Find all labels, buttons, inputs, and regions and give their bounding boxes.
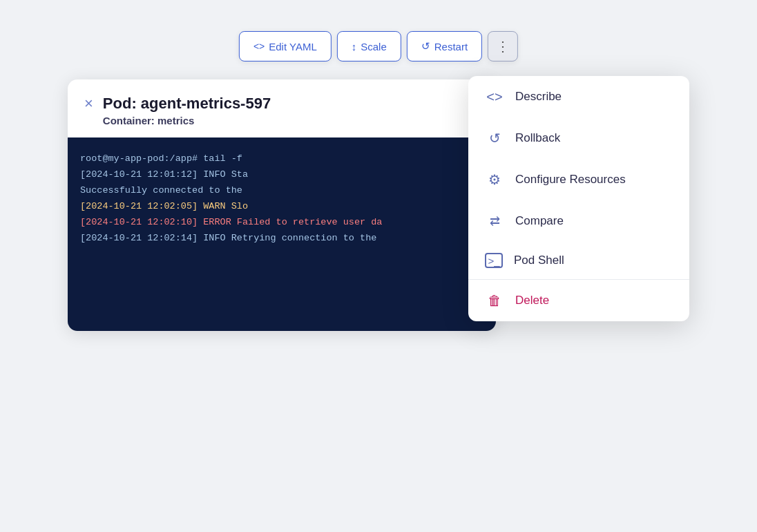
scale-button[interactable]: ↕ Scale xyxy=(337,31,401,61)
pod-shell-label: Pod Shell xyxy=(514,254,564,267)
code-icon: <> xyxy=(253,41,265,52)
card-title-group: Pod: agent-metrics-597 Container: metric… xyxy=(103,95,271,126)
restart-button[interactable]: ↺ Restart xyxy=(407,31,482,61)
restart-label: Restart xyxy=(434,41,468,53)
close-button[interactable]: × xyxy=(84,96,93,111)
terminal-line: root@my-app-pod:/app# tail -f xyxy=(80,151,483,167)
rollback-menu-item[interactable]: ↺ Rollback xyxy=(468,117,689,159)
terminal-icon: >_ xyxy=(485,253,503,268)
edit-yaml-label: Edit YAML xyxy=(269,41,316,53)
delete-menu-item[interactable]: 🗑 Delete xyxy=(468,279,689,321)
gear-icon: ⚙ xyxy=(485,170,504,189)
pod-shell-menu-item[interactable]: >_ Pod Shell xyxy=(468,242,689,279)
edit-yaml-button[interactable]: <> Edit YAML xyxy=(239,31,332,61)
context-menu: <> Describe ↺ Rollback ⚙ Configure Resou… xyxy=(468,76,689,321)
describe-menu-item[interactable]: <> Describe xyxy=(468,76,689,117)
terminal-output: root@my-app-pod:/app# tail -f [2024-10-2… xyxy=(68,137,496,331)
terminal-line: [2024-10-21 12:02:14] INFO Retrying conn… xyxy=(80,231,483,247)
terminal-line: [2024-10-21 12:02:05] WARN Slo xyxy=(80,199,483,215)
describe-icon: <> xyxy=(485,87,504,106)
rollback-label: Rollback xyxy=(515,131,560,145)
terminal-line: [2024-10-21 12:01:12] INFO Sta xyxy=(80,167,483,183)
trash-icon: 🗑 xyxy=(485,291,504,310)
more-button[interactable]: ⋮ xyxy=(488,31,518,61)
compare-label: Compare xyxy=(515,214,564,228)
rollback-icon: ↺ xyxy=(485,129,504,148)
delete-label: Delete xyxy=(515,294,549,307)
scale-icon: ↕ xyxy=(352,41,357,53)
terminal-line: Successfully connected to the xyxy=(80,183,483,199)
toolbar: <> Edit YAML ↕ Scale ↺ Restart ⋮ xyxy=(239,31,518,61)
pod-details-card: × Pod: agent-metrics-597 Container: metr… xyxy=(68,79,496,331)
configure-resources-label: Configure Resources xyxy=(515,173,626,187)
container-subtitle: Container: metrics xyxy=(103,115,271,126)
configure-resources-menu-item[interactable]: ⚙ Configure Resources xyxy=(468,159,689,200)
scale-label: Scale xyxy=(361,41,387,53)
card-header: × Pod: agent-metrics-597 Container: metr… xyxy=(68,79,496,137)
more-icon: ⋮ xyxy=(496,38,510,55)
restart-icon: ↺ xyxy=(421,40,430,53)
terminal-line: [2024-10-21 12:02:10] ERROR Failed to re… xyxy=(80,215,483,231)
compare-icon: ⇄ xyxy=(485,211,504,231)
pod-title: Pod: agent-metrics-597 xyxy=(103,95,271,113)
compare-menu-item[interactable]: ⇄ Compare xyxy=(468,200,689,242)
describe-label: Describe xyxy=(515,90,562,104)
